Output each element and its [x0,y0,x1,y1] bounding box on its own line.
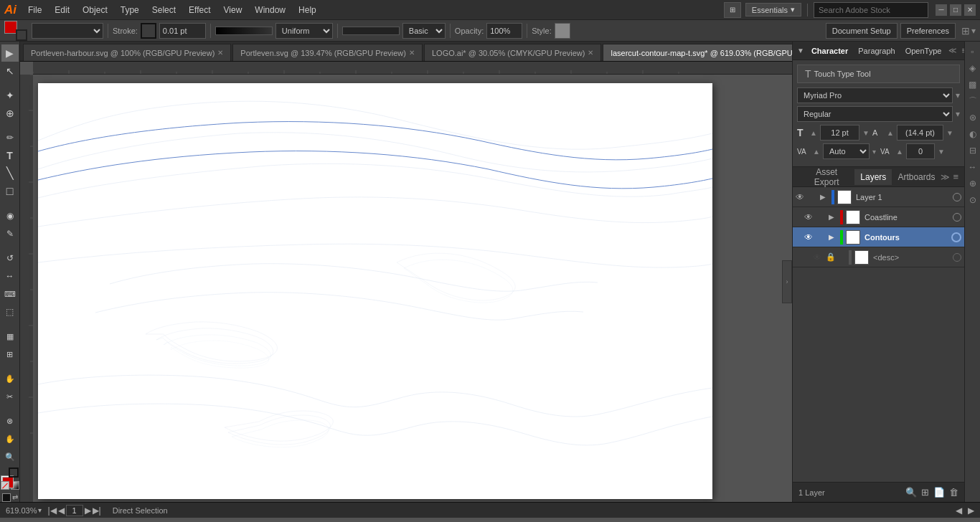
layer1-eye[interactable]: 👁 [796,192,807,202]
contours-eye[interactable]: 👁 [804,232,816,242]
scroll-right[interactable]: › [782,260,792,303]
menu-item-select[interactable]: Select [146,4,182,16]
prev-page-btn[interactable]: ◀ [58,506,65,516]
tab-portleven[interactable]: Portleven.svg @ 139.47% (RGB/GPU Preview… [232,44,423,61]
page-input[interactable] [66,505,83,516]
stroke-value-input[interactable] [159,23,206,39]
tracking-up[interactable]: ▲ [896,148,903,156]
document-setup-button[interactable]: Document Setup [826,23,897,39]
character-tab[interactable]: Character [807,45,852,57]
edge-btn-10[interactable]: ⊙ [966,193,980,207]
layer1-expand[interactable]: ▶ [820,193,829,201]
layer-row-layer1[interactable]: 👁 ▶ Layer 1 [793,187,964,207]
lasso-tool[interactable]: ⊕ [1,105,19,122]
coastline-eye[interactable]: 👁 [804,212,816,222]
swap-colors-icon[interactable]: ⇄ [12,493,18,502]
tab-close-0[interactable]: ✕ [217,49,223,57]
menu-item-object[interactable]: Object [77,4,113,16]
canvas[interactable]: › [20,62,792,502]
color-none-icon[interactable] [1,481,9,490]
edge-btn-5[interactable]: ⊛ [966,110,980,125]
layers-expand-icon[interactable]: ≫ [941,172,950,182]
edge-btn-6[interactable]: ◐ [966,127,980,141]
opacity-input[interactable] [486,23,522,39]
tab-portleven-harbour[interactable]: Portleven-harbour.svg @ 100% (RGB/GPU Pr… [23,44,231,61]
minimize-button[interactable]: ─ [936,4,947,16]
edge-btn-4[interactable]: ⌒ [966,94,980,108]
free-transform-tool[interactable]: ⬚ [1,303,19,321]
leading-down[interactable]: ▼ [946,129,953,137]
font-family-select[interactable]: Myriad Pro [797,87,953,103]
edge-btn-8[interactable]: ↔ [966,160,980,174]
asset-export-tab[interactable]: Asset Export [798,167,854,190]
panel-arrows-btn[interactable]: ≪ [948,46,957,55]
edge-btn-7[interactable]: ⊟ [966,143,980,158]
selection-dropdown[interactable]: No Selection [32,23,103,39]
coastline-target[interactable] [953,213,961,222]
magic-wand-tool[interactable]: ✦ [1,87,19,104]
delete-layer-icon[interactable]: 🗑 [949,487,958,498]
selection-tool[interactable]: ▶ [1,44,19,62]
kerning-up[interactable]: ▲ [813,148,820,156]
kerning-expand[interactable]: ▾ [872,148,876,156]
layer1-target[interactable] [953,193,961,201]
font-size-up[interactable]: ▲ [810,129,817,137]
desc-target[interactable] [953,253,961,262]
artboard-nav-next[interactable]: ▶ [968,506,974,516]
leading-input[interactable] [897,125,943,141]
font-style-select[interactable]: Regular [797,106,953,122]
tab-close-2[interactable]: ✕ [588,49,593,57]
tracking-input[interactable] [906,143,935,159]
edge-btn-2[interactable]: ◈ [966,61,980,75]
make-clipping-mask-icon[interactable]: 🔍 [905,487,917,498]
hand-tool[interactable]: ✋ [1,430,19,447]
layer-row-desc[interactable]: 👁 🔒 <desc> [793,247,964,267]
fill-stroke-swatch[interactable] [4,21,27,41]
font-style-expand[interactable]: ▾ [956,109,960,119]
layer-row-coastline[interactable]: 👁 ▶ Coastline [793,207,964,227]
restore-button[interactable]: □ [950,4,961,16]
artboard-nav-prev[interactable]: ◀ [956,506,962,516]
artboards-tab[interactable]: Artboards [892,169,941,185]
layer-row-contours[interactable]: 👁 ▶ Contours [793,227,964,247]
contours-expand[interactable]: ▶ [829,233,837,241]
contours-target[interactable] [951,232,961,242]
zoom-control[interactable]: 619.03% ▾ [6,506,42,515]
adobe-stock-search[interactable] [814,2,928,18]
tab-close-1[interactable]: ✕ [409,49,415,57]
paragraph-tab[interactable]: Paragraph [854,45,899,57]
stroke-type-dropdown[interactable]: Uniform [275,23,333,39]
new-layer-icon[interactable]: 📄 [933,487,945,498]
font-size-input[interactable] [820,125,859,141]
essentials-dropdown[interactable]: Essentials▾ [745,3,801,16]
font-family-expand[interactable]: ▾ [956,90,960,100]
menu-item-effect[interactable]: Effect [183,4,216,16]
artboard-tool[interactable]: ✋ [1,370,19,387]
first-page-btn[interactable]: |◀ [47,506,56,516]
layers-menu-icon[interactable]: ≡ [953,171,958,182]
line-tool[interactable]: ╲ [1,165,19,182]
column-graph-tool[interactable]: ⊞ [1,346,19,363]
menu-item-help[interactable]: Help [293,4,322,16]
last-page-btn[interactable]: ▶| [93,506,101,516]
menu-item-edit[interactable]: Edit [49,4,75,16]
panel-collapse-arrow[interactable]: ▼ [797,47,804,54]
zoom-expand[interactable]: ▾ [38,506,42,514]
paintbrush-tool[interactable]: ◉ [1,207,19,224]
tab-lasercut-contour[interactable]: lasercut-contour-map-t.svg* @ 619.03% (R… [603,44,792,61]
desc-lock[interactable]: 🔒 [826,252,836,262]
close-button[interactable]: ✕ [964,4,976,16]
kerning-select[interactable]: Auto [823,143,870,159]
scale-tool[interactable]: ↔ [1,267,19,285]
menu-item-view[interactable]: View [218,4,248,16]
rectangle-tool[interactable]: □ [1,183,19,200]
leading-up[interactable]: ▲ [887,129,894,137]
touch-type-tool-button[interactable]: T Touch Type Tool [797,65,960,83]
font-size-down[interactable]: ▼ [862,129,870,137]
edge-btn-9[interactable]: ⊕ [966,176,980,191]
stroke-end-dropdown[interactable]: Basic [402,23,446,39]
menu-item-type[interactable]: Type [115,4,145,16]
slice-tool[interactable]: ✂ [1,388,19,405]
zoom-tool[interactable]: 🔍 [1,448,19,465]
edge-btn-3[interactable]: ▩ [966,77,980,92]
